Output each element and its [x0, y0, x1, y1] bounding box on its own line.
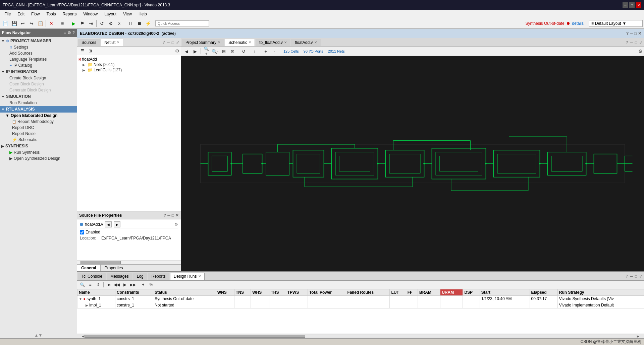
sfp-scrollbar-thumb[interactable] [80, 261, 121, 264]
tab-tcl-console[interactable]: Tcl Console [78, 273, 106, 280]
col-failed-routes[interactable]: Failed Routes [346, 289, 390, 296]
tab-schematic[interactable]: Schematic ✕ [225, 39, 255, 46]
nav-add-sources[interactable]: Add Sources [0, 50, 77, 56]
bot-search-btn[interactable]: 🔍 [78, 281, 86, 288]
restore-button[interactable]: □ [629, 2, 635, 8]
bot-max-icon[interactable]: □ [634, 273, 638, 279]
sch-forward-btn[interactable]: ▶ [191, 48, 199, 55]
bot-run-btn[interactable]: ▶ [121, 281, 128, 288]
tab-design-runs[interactable]: Design Runs ✕ [170, 273, 205, 280]
scroll-up-icon[interactable]: ▲ [35, 333, 39, 338]
synthesis-details-link[interactable]: details [572, 21, 584, 26]
col-status[interactable]: Status [153, 289, 216, 296]
sfp-scrollbar[interactable] [77, 260, 181, 264]
nav-run-synthesis[interactable]: ▶ Run Synthesis [0, 149, 77, 155]
quick-access-input[interactable] [155, 20, 209, 26]
bot-filter-btn[interactable]: ≡ [87, 281, 94, 288]
bot-percent-btn[interactable]: % [148, 281, 155, 288]
sch-select-btn[interactable]: ⊡ [228, 48, 236, 55]
nav-report-methodology[interactable]: 📋 Report Methodology [0, 119, 77, 125]
col-elapsed[interactable]: Elapsed [530, 289, 557, 296]
flow-nav-help-icon[interactable]: ? [72, 30, 75, 35]
section-project-manager[interactable]: ▼ ⚙ PROJECT MANAGER [0, 38, 77, 44]
col-constraints[interactable]: Constraints [115, 289, 153, 296]
bottom-scrollbar[interactable]: ◀ ▶ [77, 334, 644, 338]
sfp-min-icon[interactable]: ─ [167, 213, 170, 218]
toolbar-check[interactable]: ≡ [58, 19, 66, 27]
bot-prev-btn[interactable]: ◀◀ [113, 281, 120, 288]
close-button[interactable]: ✕ [636, 2, 641, 8]
tab-tb-floatadd[interactable]: tb_floatAdd.v ✕ [256, 39, 290, 46]
sources-expand-icon[interactable]: ⤢ [175, 40, 180, 46]
toolbar-settings[interactable]: ⚙ [107, 19, 115, 27]
col-ths[interactable]: THS [269, 289, 286, 296]
sch-max-icon[interactable]: □ [634, 40, 638, 46]
col-ff[interactable]: FF [406, 289, 418, 296]
toolbar-run[interactable]: ▶ [69, 19, 77, 27]
toolbar-reset[interactable]: ↺ [98, 19, 106, 27]
sch-refresh-btn[interactable]: ↺ [239, 48, 248, 55]
nav-open-synthesized-design[interactable]: ▶ Open Synthesized Design [0, 155, 77, 161]
toolbar-stop[interactable]: ⏹ [135, 19, 143, 27]
nav-schematic[interactable]: ⚡ Schematic [0, 137, 77, 143]
menu-window[interactable]: Window [80, 11, 101, 17]
layout-dropdown[interactable]: ≡ Default Layout ▼ [589, 20, 643, 27]
sch-plus-btn[interactable]: + [262, 48, 270, 55]
run-expand-icon-2[interactable]: ▶ [86, 303, 88, 307]
bot-expand-all-btn[interactable]: ⇕ [95, 281, 102, 288]
bot-expand-icon[interactable]: ⤢ [639, 273, 643, 279]
sfp-close-icon[interactable]: ✕ [175, 213, 179, 218]
col-tpws[interactable]: TPWS [286, 289, 308, 296]
tab-reports[interactable]: Reports [148, 273, 169, 280]
schematic-canvas[interactable] [181, 56, 644, 271]
menu-layout[interactable]: Layout [101, 11, 119, 17]
col-whs[interactable]: WHS [251, 289, 269, 296]
expand-cells-icon[interactable]: ▶ [83, 68, 87, 72]
nets-stat[interactable]: 2011 Nets [326, 49, 347, 53]
bot-min-icon[interactable]: ─ [629, 273, 634, 279]
sources-min-icon[interactable]: ─ [166, 40, 170, 46]
tree-leaf-cells[interactable]: ▶ 📁 Leaf Cells (127) [77, 67, 181, 73]
tb-floatadd-close[interactable]: ✕ [284, 41, 287, 44]
flow-nav-collapse-icon[interactable]: ≡ [64, 30, 66, 35]
sch-min-icon[interactable]: ─ [629, 40, 634, 46]
design-runs-close[interactable]: ✕ [198, 274, 201, 278]
tab-netlist[interactable]: Netlist ✕ [101, 39, 123, 46]
menu-edit[interactable]: Edit [14, 11, 28, 17]
toolbar-redo[interactable]: ↪ [28, 19, 36, 27]
col-start[interactable]: Start [480, 289, 530, 296]
col-tns[interactable]: TNS [234, 289, 251, 296]
nav-create-block-design[interactable]: Create Block Design [0, 75, 77, 81]
sch-expand-icon[interactable]: ⤢ [639, 40, 643, 46]
toolbar-undo[interactable]: ↩ [19, 19, 27, 27]
section-ip-integrator[interactable]: ▼ IP INTEGRATOR [0, 68, 77, 75]
toolbar-step[interactable]: ⚑ [78, 19, 86, 27]
col-wns[interactable]: WNS [216, 289, 234, 296]
sfp-enabled-checkbox[interactable] [80, 230, 84, 234]
scroll-left-icon[interactable]: ◀ [82, 335, 84, 338]
nav-report-drc[interactable]: Report DRC [0, 125, 77, 131]
expand-nets-icon[interactable]: ▶ [83, 63, 87, 67]
tab-netlist-close[interactable]: ✕ [117, 41, 119, 44]
sfp-help-icon[interactable]: ? [164, 213, 166, 218]
nav-run-simulation[interactable]: Run Simulation [0, 100, 77, 106]
io-ports-stat[interactable]: 96 I/O Ports [302, 49, 325, 53]
bot-next-btn[interactable]: ▶▶ [129, 281, 137, 288]
toolbar-sigma[interactable]: Σ [115, 19, 123, 27]
bot-add-btn[interactable]: + [140, 281, 147, 288]
nav-language-templates[interactable]: Language Templates [0, 56, 77, 62]
elab-max-icon[interactable]: □ [634, 31, 637, 36]
menu-help[interactable]: Help [136, 11, 150, 17]
nav-report-noise[interactable]: Report Noise [0, 131, 77, 137]
floatadd-close[interactable]: ✕ [314, 41, 317, 44]
sfp-gear-icon[interactable]: ⚙ [174, 222, 178, 227]
col-bram[interactable]: BRAM [418, 289, 440, 296]
tab-messages[interactable]: Messages [107, 273, 132, 280]
toolbar-flash[interactable]: ⚡ [144, 19, 152, 27]
tab-floatadd[interactable]: floatAdd.v ✕ [291, 39, 320, 46]
sch-minus-btn[interactable]: - [270, 48, 278, 55]
run-expand-icon[interactable]: ▼ [79, 297, 82, 301]
minimize-button[interactable]: ─ [623, 2, 628, 8]
sch-help-icon[interactable]: ? [625, 40, 629, 46]
toolbar-delete[interactable]: ✕ [47, 19, 55, 27]
